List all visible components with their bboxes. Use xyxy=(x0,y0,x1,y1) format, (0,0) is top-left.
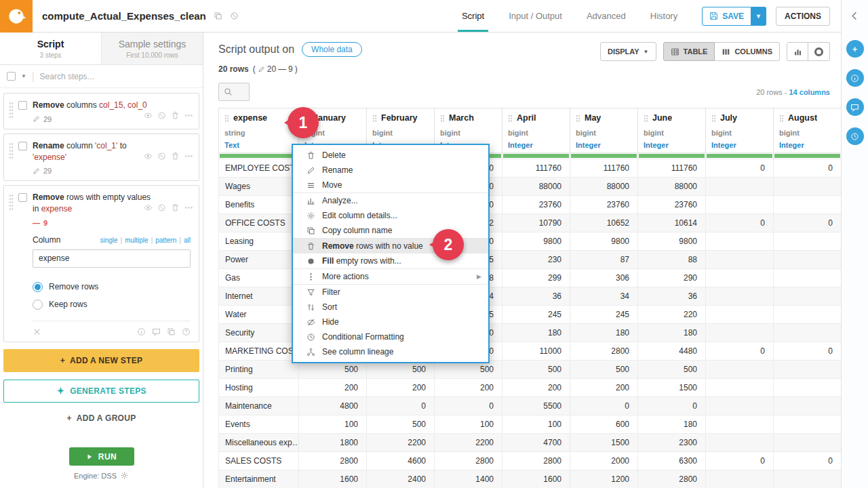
cell[interactable]: 100 xyxy=(502,415,570,434)
keep-rows-radio[interactable]: Keep rows xyxy=(33,300,191,310)
step-checkbox[interactable] xyxy=(18,101,27,110)
column-header[interactable]: June bigint Integer xyxy=(638,108,706,153)
cell[interactable]: 88000 xyxy=(570,178,638,196)
step-checkbox[interactable] xyxy=(18,142,27,150)
column-header[interactable]: April bigint Integer xyxy=(502,108,570,153)
collapse-panel-icon[interactable] xyxy=(850,11,860,21)
delete-step-icon[interactable] xyxy=(171,111,180,120)
cell[interactable]: 4700 xyxy=(502,434,570,452)
table-search-box[interactable] xyxy=(218,83,250,101)
info-icon[interactable] xyxy=(137,327,146,336)
cell[interactable] xyxy=(774,269,842,287)
cell[interactable]: 2800 xyxy=(570,342,638,361)
save-button[interactable]: SAVE xyxy=(702,7,751,26)
cell[interactable]: 0 xyxy=(774,214,842,232)
cell[interactable]: 1600 xyxy=(299,470,367,488)
mode-single-link[interactable]: single xyxy=(100,237,117,244)
cell[interactable] xyxy=(774,415,842,434)
drag-handle-icon[interactable] xyxy=(372,115,377,122)
statistics-button[interactable] xyxy=(808,42,830,61)
drag-handle-icon[interactable] xyxy=(508,115,513,122)
drag-handle-icon[interactable] xyxy=(576,115,580,122)
drag-handle-icon[interactable] xyxy=(9,194,14,210)
column-header[interactable]: May bigint Integer xyxy=(570,108,638,153)
tab-advanced[interactable]: Advanced xyxy=(574,0,638,32)
cell[interactable]: 9800 xyxy=(570,232,638,251)
cell-expense[interactable]: OFFICE COSTS xyxy=(219,214,299,232)
cell[interactable]: 180 xyxy=(502,324,570,342)
discussions-button[interactable] xyxy=(846,98,864,116)
table-row[interactable]: Events 100 500 100 100 600 180 xyxy=(219,415,842,434)
preview-eye-icon[interactable] xyxy=(144,152,153,161)
cell[interactable] xyxy=(706,324,774,342)
column-meaning[interactable]: Integer xyxy=(711,141,768,149)
cell[interactable]: 1500 xyxy=(570,434,638,452)
cell[interactable] xyxy=(774,397,842,415)
mode-all-link[interactable]: all xyxy=(184,237,191,244)
cell[interactable] xyxy=(706,415,774,434)
cell[interactable] xyxy=(706,434,774,452)
gear-icon[interactable] xyxy=(120,471,129,480)
tab-input-output[interactable]: Input / Output xyxy=(496,0,574,32)
disable-step-icon[interactable] xyxy=(157,152,166,161)
columns-view-button[interactable]: COLUMNS xyxy=(715,42,780,61)
cell[interactable]: 0 xyxy=(435,397,502,415)
table-view-button[interactable]: TABLE xyxy=(663,42,715,61)
column-meaning[interactable]: Text xyxy=(224,141,293,149)
cell[interactable]: 2800 xyxy=(299,452,367,470)
tab-script[interactable]: Script xyxy=(450,0,496,32)
drag-handle-icon[interactable] xyxy=(9,102,14,118)
cell[interactable]: 0 xyxy=(570,397,638,415)
cell[interactable]: 10790 xyxy=(502,214,570,232)
cell-expense[interactable]: SALES COSTS xyxy=(219,452,299,470)
cell-expense[interactable]: Gas xyxy=(219,269,299,287)
chevron-down-icon[interactable]: ▼ xyxy=(21,73,26,79)
preview-eye-icon[interactable] xyxy=(144,111,153,120)
cell[interactable]: 1400 xyxy=(435,470,502,488)
menu-item[interactable]: See column lineage ▶ xyxy=(293,344,488,359)
cell[interactable]: 2300 xyxy=(638,434,706,452)
cell-expense[interactable]: Hosting xyxy=(219,379,299,397)
disable-step-icon[interactable] xyxy=(157,111,166,120)
add-new-step-button[interactable]: +ADD A NEW STEP xyxy=(3,349,199,372)
cell[interactable]: 23760 xyxy=(638,196,706,214)
more-options-icon[interactable] xyxy=(184,203,193,212)
step-remove-columns[interactable]: Remove columns col_15, col_0 29 xyxy=(3,93,199,129)
mode-multiple-link[interactable]: multiple xyxy=(125,237,148,244)
menu-item[interactable]: Sort ▶ xyxy=(293,300,488,314)
cell[interactable]: 500 xyxy=(638,361,706,379)
column-meaning[interactable]: Integer xyxy=(779,141,835,149)
cell[interactable]: 1200 xyxy=(570,470,638,488)
menu-item[interactable]: Filter ▶ xyxy=(293,285,488,300)
table-row[interactable]: Entertainment 1600 2400 1400 1600 1200 2… xyxy=(219,470,842,488)
delete-step-icon[interactable] xyxy=(171,203,180,212)
cell[interactable]: 0 xyxy=(706,452,774,470)
cell[interactable]: 1800 xyxy=(299,434,367,452)
delete-step-icon[interactable] xyxy=(171,152,180,161)
cell-expense[interactable]: Entertainment xyxy=(219,470,299,488)
add-button[interactable]: + xyxy=(846,40,864,58)
cell[interactable]: 100 xyxy=(435,415,502,434)
column-meaning[interactable]: Integer xyxy=(644,141,700,149)
mode-pattern-link[interactable]: pattern xyxy=(155,237,176,244)
cell[interactable]: 1500 xyxy=(638,379,706,397)
menu-item[interactable]: Hide ▶ xyxy=(293,314,488,329)
cell[interactable]: 9800 xyxy=(638,232,706,251)
comment-icon[interactable] xyxy=(152,327,161,336)
cell[interactable] xyxy=(706,361,774,379)
drag-handle-icon[interactable] xyxy=(644,115,648,122)
cell[interactable]: 111760 xyxy=(638,159,706,178)
cell[interactable]: 180 xyxy=(638,324,706,342)
cell[interactable]: 200 xyxy=(299,379,367,397)
cell-expense[interactable]: Benefits xyxy=(219,196,299,214)
cell[interactable]: 88 xyxy=(638,251,706,269)
cell[interactable]: 2000 xyxy=(570,452,638,470)
cell[interactable]: 4600 xyxy=(367,452,435,470)
cell[interactable]: 200 xyxy=(570,379,638,397)
cell[interactable]: 11000 xyxy=(502,342,570,361)
drag-handle-icon[interactable] xyxy=(9,142,14,159)
menu-item[interactable]: Edit column details... ▶ xyxy=(293,208,488,223)
clear-step-icon[interactable] xyxy=(33,327,41,336)
cell[interactable] xyxy=(774,361,842,379)
cell[interactable]: 180 xyxy=(570,324,638,342)
